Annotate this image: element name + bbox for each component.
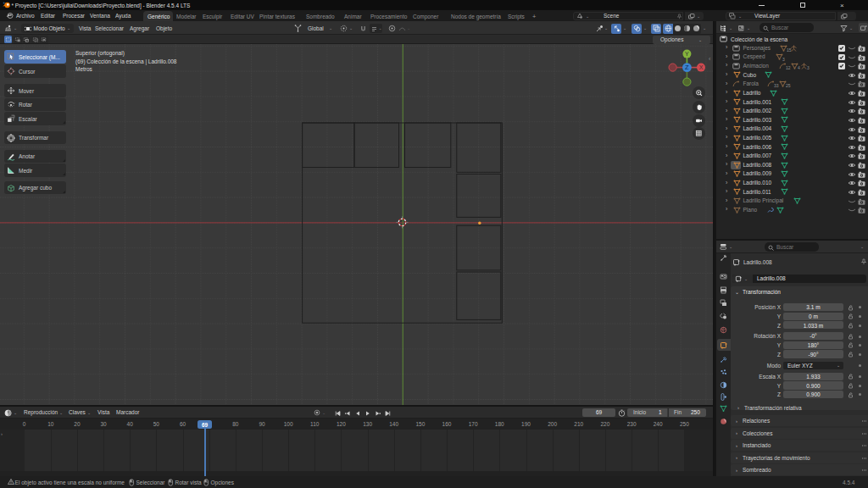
svg-text:Y: Y — [685, 51, 689, 57]
svg-text:X: X — [699, 64, 704, 70]
svg-text:Z: Z — [685, 64, 689, 71]
